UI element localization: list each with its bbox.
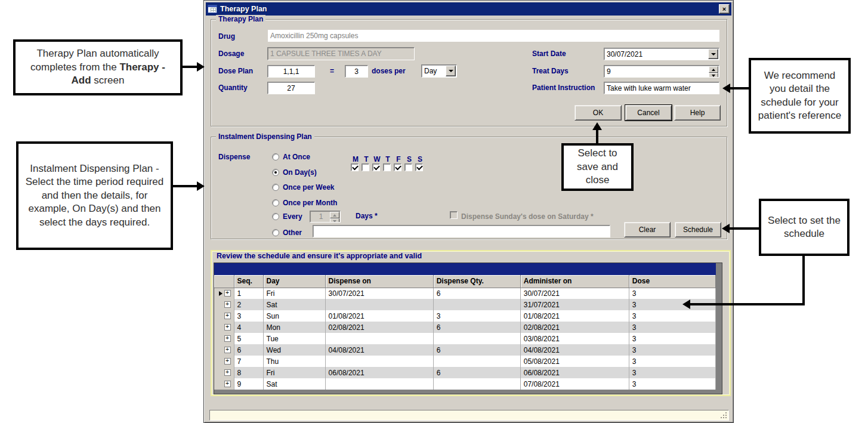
radio-icon[interactable] bbox=[272, 213, 279, 220]
header-seq[interactable]: Seq. bbox=[234, 275, 263, 288]
cell-day[interactable]: Thu bbox=[263, 356, 325, 367]
cell-day[interactable]: Sat bbox=[263, 299, 325, 310]
weekday-checkbox[interactable] bbox=[394, 163, 401, 171]
row-selector-cell[interactable]: + bbox=[214, 344, 234, 356]
cell-dispense-on[interactable] bbox=[325, 333, 433, 344]
cell-administer-on[interactable]: 01/08/2021 bbox=[520, 310, 629, 322]
cell-dispense-on[interactable] bbox=[325, 356, 433, 367]
cell-seq[interactable]: 6 bbox=[234, 344, 263, 356]
row-selector-cell[interactable]: + bbox=[214, 378, 234, 390]
weekday-checkbox[interactable] bbox=[404, 163, 412, 171]
expand-icon[interactable]: + bbox=[224, 313, 231, 319]
cell-administer-on[interactable]: 04/08/2021 bbox=[520, 344, 629, 356]
weekday-checkbox[interactable] bbox=[383, 163, 391, 171]
start-date-dropdown[interactable]: 30/07/2021 bbox=[604, 48, 719, 60]
cell-day[interactable]: Sun bbox=[263, 310, 325, 322]
cell-dispense-qty[interactable] bbox=[433, 333, 520, 344]
row-selector-cell[interactable]: + bbox=[214, 367, 234, 378]
spin-down-icon[interactable] bbox=[709, 73, 718, 78]
weekday-checkbox[interactable] bbox=[372, 163, 380, 171]
table-row[interactable]: +6Wed04/08/2021604/08/20213 bbox=[214, 344, 716, 356]
row-selector-cell[interactable]: + bbox=[214, 288, 234, 299]
expand-icon[interactable]: + bbox=[224, 324, 231, 331]
doses-field[interactable]: 3 bbox=[345, 65, 368, 78]
cell-dispense-qty[interactable]: 6 bbox=[433, 367, 520, 378]
period-dropdown[interactable]: Day bbox=[421, 64, 457, 78]
header-dispense-qty[interactable]: Dispense Qty. bbox=[433, 275, 520, 288]
cell-dispense-on[interactable]: 04/08/2021 bbox=[325, 344, 433, 356]
table-row[interactable]: +8Fri06/08/2021606/08/20213 bbox=[214, 367, 716, 378]
cell-day[interactable]: Wed bbox=[263, 344, 325, 356]
dispense-option[interactable]: Once per Week bbox=[272, 183, 334, 192]
header-day[interactable]: Day bbox=[263, 275, 325, 288]
title-bar[interactable]: Therapy Plan × bbox=[206, 2, 731, 16]
cell-day[interactable]: Sat bbox=[263, 378, 325, 390]
cell-seq[interactable]: 2 bbox=[234, 299, 263, 310]
header-administer-on[interactable]: Administer on bbox=[520, 275, 629, 288]
chevron-down-icon[interactable] bbox=[446, 66, 456, 76]
cell-dose[interactable]: 3 bbox=[629, 333, 715, 344]
cell-dose[interactable]: 3 bbox=[629, 378, 715, 390]
radio-icon[interactable] bbox=[272, 229, 279, 236]
table-row[interactable]: +9Sat07/08/20213 bbox=[214, 378, 716, 390]
cell-dose[interactable]: 3 bbox=[629, 344, 715, 356]
expand-icon[interactable]: + bbox=[224, 381, 231, 387]
cell-dispense-qty[interactable]: 6 bbox=[433, 288, 520, 299]
cell-seq[interactable]: 4 bbox=[234, 322, 263, 333]
row-selector-cell[interactable]: + bbox=[214, 299, 234, 310]
cell-dose[interactable]: 3 bbox=[629, 356, 715, 367]
cell-seq[interactable]: 8 bbox=[234, 367, 263, 378]
cell-dispense-on[interactable] bbox=[325, 378, 433, 390]
cell-dispense-qty[interactable] bbox=[433, 378, 520, 390]
schedule-button[interactable]: Schedule bbox=[675, 222, 721, 237]
resize-grip-icon[interactable] bbox=[721, 412, 727, 418]
cell-dispense-on[interactable]: 01/08/2021 bbox=[325, 310, 433, 322]
row-selector-cell[interactable]: + bbox=[214, 322, 234, 333]
table-row[interactable]: +2Sat31/07/20213 bbox=[214, 299, 716, 310]
cell-administer-on[interactable]: 31/07/2021 bbox=[520, 299, 629, 310]
dispense-option[interactable]: Every bbox=[272, 212, 302, 221]
cell-dose[interactable]: 3 bbox=[629, 367, 715, 378]
cell-seq[interactable]: 9 bbox=[234, 378, 263, 390]
spin-up-icon[interactable] bbox=[709, 66, 718, 73]
header-dose[interactable]: Dose bbox=[629, 275, 715, 288]
table-row[interactable]: +5Tue03/08/20213 bbox=[214, 333, 716, 344]
cell-dispense-on[interactable]: 06/08/2021 bbox=[325, 367, 433, 378]
clear-button[interactable]: Clear bbox=[624, 222, 671, 237]
cell-seq[interactable]: 1 bbox=[234, 288, 263, 299]
radio-icon[interactable] bbox=[272, 169, 279, 176]
dispense-option[interactable]: On Day(s) bbox=[272, 168, 317, 177]
expand-icon[interactable]: + bbox=[224, 290, 231, 297]
cell-administer-on[interactable]: 30/07/2021 bbox=[520, 288, 629, 299]
cell-administer-on[interactable]: 07/08/2021 bbox=[520, 378, 629, 390]
cell-seq[interactable]: 5 bbox=[234, 333, 263, 344]
expand-icon[interactable]: + bbox=[224, 369, 231, 376]
close-icon[interactable]: × bbox=[719, 4, 730, 14]
cell-dispense-qty[interactable]: 6 bbox=[433, 322, 520, 333]
drug-field[interactable]: Amoxicillin 250mg capsules bbox=[268, 30, 719, 42]
other-field[interactable] bbox=[313, 225, 610, 237]
dose-plan-field[interactable]: 1,1,1 bbox=[267, 65, 315, 78]
row-selector-cell[interactable]: + bbox=[214, 333, 234, 344]
chevron-down-icon[interactable] bbox=[708, 49, 718, 59]
weekday-checkbox[interactable] bbox=[351, 163, 359, 171]
dispense-option[interactable]: Once per Month bbox=[272, 199, 337, 207]
patient-instruction-field[interactable]: Take with luke warm water bbox=[604, 82, 719, 94]
help-button[interactable]: Help bbox=[674, 105, 721, 121]
cell-day[interactable]: Mon bbox=[263, 322, 325, 333]
weekday-checkbox[interactable] bbox=[362, 163, 369, 171]
cell-day[interactable]: Fri bbox=[263, 288, 325, 299]
radio-icon[interactable] bbox=[272, 199, 279, 206]
expand-icon[interactable]: + bbox=[224, 335, 231, 342]
dispense-option[interactable]: Other bbox=[272, 229, 302, 237]
cell-dose[interactable]: 3 bbox=[629, 310, 715, 322]
cell-dispense-qty[interactable]: 6 bbox=[433, 344, 520, 356]
cell-dispense-qty[interactable] bbox=[433, 299, 520, 310]
spinner-buttons[interactable] bbox=[709, 66, 718, 76]
quantity-field[interactable]: 27 bbox=[267, 82, 315, 94]
cell-day[interactable]: Fri bbox=[263, 367, 325, 378]
expand-icon[interactable]: + bbox=[224, 358, 231, 365]
row-selector-cell[interactable]: + bbox=[214, 310, 234, 322]
dispense-option[interactable]: At Once bbox=[272, 153, 310, 161]
cell-dose[interactable]: 3 bbox=[629, 322, 715, 333]
